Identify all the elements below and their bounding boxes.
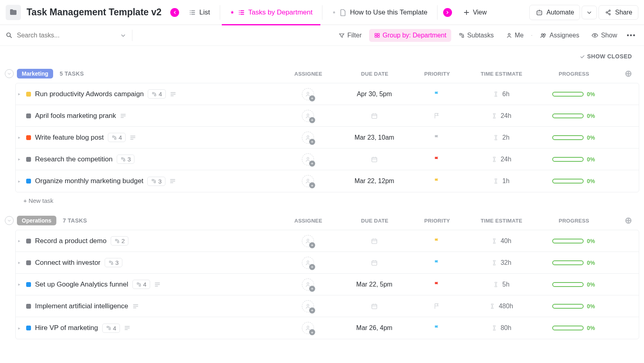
task-row[interactable]: ▸ Research the competition 3 24h 0% [16,148,639,170]
automate-button[interactable]: Automate [529,5,580,20]
due-date-cell[interactable] [340,112,409,120]
task-row[interactable]: ▸ Connect with investor 3 32h 0% [16,252,639,274]
show-closed-toggle[interactable]: SHOW CLOSED [0,46,644,68]
priority-cell[interactable] [409,237,465,245]
due-date-cell[interactable] [340,303,409,310]
description-icon[interactable] [120,113,126,119]
subtask-count[interactable]: 4 [102,324,120,333]
progress-cell[interactable]: 0% [537,134,610,141]
subtask-count[interactable]: 4 [148,89,165,99]
time-estimate-cell[interactable]: 480h [465,303,537,310]
due-date-cell[interactable]: Mar 22, 5pm [340,281,409,288]
assignee-add[interactable] [302,153,314,165]
expand-toggle[interactable]: ▸ [18,179,22,184]
expand-toggle[interactable]: ▸ [18,157,22,162]
due-date-cell[interactable]: Apr 30, 5pm [340,91,409,98]
task-row[interactable]: April fools marketing prank 24h 0% [16,105,639,127]
task-row[interactable]: ▸ Record a product demo 2 40h 0% [16,230,639,252]
group-by-button[interactable]: Group by: Department [369,29,451,42]
folder-button[interactable] [6,5,21,20]
due-date-cell[interactable]: Mar 26, 4pm [340,324,409,332]
status-indicator[interactable] [26,260,31,265]
assignee-add[interactable] [302,278,314,291]
assignee-add[interactable] [302,257,314,269]
group-tag[interactable]: Marketing [17,69,53,78]
task-row[interactable]: ▸ Hire VP of marketing 4 Mar 26, 4pm 80h… [16,317,639,339]
progress-cell[interactable]: 0% [537,156,610,163]
add-column-button[interactable]: ⊕ [610,215,634,226]
new-task-button[interactable]: + New task [23,197,644,204]
priority-cell[interactable] [409,303,465,310]
assignee-add[interactable] [302,88,314,100]
chevron-down-icon[interactable] [120,32,126,39]
priority-cell[interactable] [409,324,465,332]
description-icon[interactable] [170,91,176,97]
status-indicator[interactable] [26,304,31,309]
tab-list[interactable]: List [181,0,218,25]
tab-how-to-use[interactable]: How to Use this Template [324,0,435,25]
progress-cell[interactable]: 0% [537,113,610,119]
filter-button[interactable]: Filter [334,29,367,42]
progress-cell[interactable]: 0% [537,303,610,309]
task-row[interactable]: ▸ Organize monthly marketing budget 3 Ma… [16,170,639,192]
status-indicator[interactable] [26,179,31,184]
status-indicator[interactable] [26,326,31,330]
expand-toggle[interactable]: ▸ [18,238,22,243]
subtask-count[interactable]: 3 [105,258,122,267]
task-row[interactable]: ▸ Run productivity Adwords campaign 4 Ap… [16,83,639,105]
due-date-cell[interactable] [340,237,409,245]
status-indicator[interactable] [26,113,31,118]
expand-toggle[interactable]: ▸ [18,260,22,265]
progress-cell[interactable]: 0% [537,178,610,184]
status-indicator[interactable] [26,135,31,140]
add-view-button[interactable]: View [458,6,492,19]
time-estimate-cell[interactable]: 40h [465,237,537,245]
priority-cell[interactable] [409,112,465,120]
more-button[interactable]: ••• [624,29,638,42]
expand-toggle[interactable]: ▸ [18,282,22,287]
description-icon[interactable] [130,134,136,141]
time-estimate-cell[interactable]: 32h [465,259,537,266]
time-estimate-cell[interactable]: 6h [465,91,537,98]
subtasks-button[interactable]: Subtasks [454,29,499,42]
status-indicator[interactable] [26,157,31,162]
priority-cell[interactable] [409,281,465,288]
time-estimate-cell[interactable]: 24h [465,156,537,163]
time-estimate-cell[interactable]: 1h [465,177,537,185]
due-date-cell[interactable] [340,259,409,266]
assignees-button[interactable]: Assignees [535,29,584,42]
due-date-cell[interactable] [340,156,409,163]
time-estimate-cell[interactable]: 2h [465,134,537,141]
search-input[interactable] [17,32,116,39]
description-icon[interactable] [132,303,139,309]
description-icon[interactable] [169,178,176,184]
due-date-cell[interactable]: Mar 23, 10am [340,134,409,141]
time-estimate-cell[interactable]: 24h [465,112,537,120]
assignee-add[interactable] [302,322,314,334]
time-estimate-cell[interactable]: 5h [465,281,537,288]
prev-view-button[interactable] [170,8,179,17]
progress-cell[interactable]: 0% [537,260,610,266]
collapse-group-button[interactable] [5,216,14,225]
show-button[interactable]: Show [586,29,622,42]
share-button[interactable]: Share [599,5,638,20]
subtask-count[interactable]: 3 [117,155,134,164]
collapse-group-button[interactable] [5,69,14,78]
assignee-add[interactable] [302,132,314,144]
subtask-count[interactable]: 4 [108,133,126,142]
progress-cell[interactable]: 0% [537,238,610,244]
assignee-add[interactable] [302,175,314,187]
description-icon[interactable] [154,281,161,288]
subtask-count[interactable]: 3 [147,177,165,186]
due-date-cell[interactable]: Mar 22, 12pm [340,177,409,185]
progress-cell[interactable]: 0% [537,91,610,97]
status-indicator[interactable] [26,282,31,287]
expand-toggle[interactable]: ▸ [18,326,22,331]
priority-cell[interactable] [409,134,465,141]
description-icon[interactable] [124,325,130,331]
assignee-add[interactable] [302,110,314,122]
tab-tasks-by-department[interactable]: Tasks by Department [222,0,321,25]
progress-cell[interactable]: 0% [537,281,610,288]
assignee-add[interactable] [302,300,314,312]
task-row[interactable]: Implement artificial intelligence 480h 0… [16,295,639,317]
